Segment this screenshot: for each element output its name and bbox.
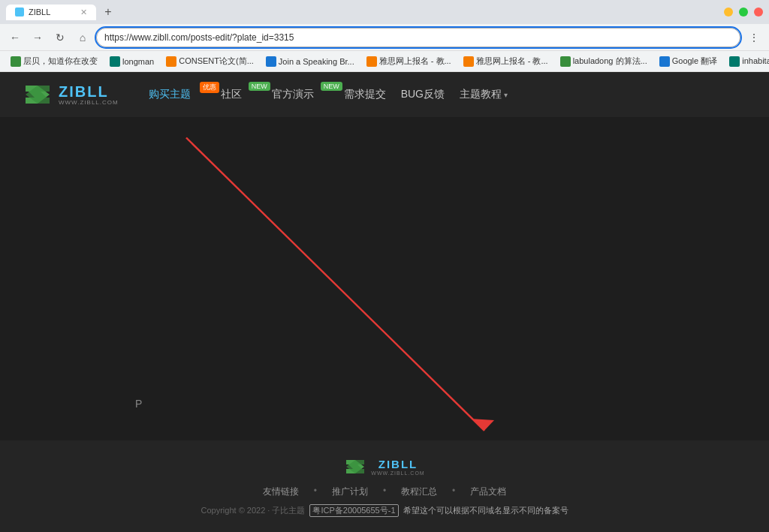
back-button[interactable]: ← — [6, 29, 24, 47]
browser-nav: ← → ↻ ⌂ https://www.zibll.com/posts-edit… — [0, 24, 769, 51]
bookmark-favicon — [560, 56, 571, 67]
footer-dot-1: • — [314, 485, 317, 498]
footer-dot-2: • — [383, 485, 386, 498]
footer-logo-icon — [344, 455, 366, 478]
bookmark-label: labuladong 的算法... — [573, 56, 647, 67]
nav-tutorials-label: 主题教程 — [460, 88, 502, 101]
nav-demo-label: 官方演示 — [272, 88, 314, 101]
footer-logo-text: ZIBLL WWW.ZIBLL.COM — [371, 458, 424, 476]
bookmark-favicon — [729, 56, 740, 67]
bookmark-label: Google 翻译 — [672, 56, 718, 67]
minimize-button[interactable] — [724, 8, 733, 17]
page-content: ZIBLL WWW.ZIBLL.COM 购买主题 优惠 社区 NEW 官方演示 … — [0, 72, 769, 532]
bookmark-speaking[interactable]: Join a Speaking Br... — [261, 55, 359, 68]
bookmark-consent[interactable]: CONSENT论文(简... — [161, 54, 258, 68]
bookmark-favicon — [110, 56, 120, 67]
forward-button[interactable]: → — [29, 29, 47, 47]
tutorials-dropdown-icon: ▾ — [504, 91, 508, 99]
buy-theme-badge: 优惠 — [200, 82, 219, 93]
nav-request-label: 需求提交 — [344, 88, 386, 101]
icp-number[interactable]: 粤ICP备20005655号-1 — [309, 504, 398, 517]
bookmarks-bar: 层贝，知道你在改变 longman CONSENT论文(简... Join a … — [0, 51, 769, 72]
nav-bug-label: BUG反馈 — [401, 88, 445, 101]
bookmark-label: CONSENT论文(简... — [179, 56, 254, 67]
footer-links: 友情链接 • 推广计划 • 教程汇总 • 产品文档 — [23, 485, 746, 498]
bookmark-favicon — [266, 56, 276, 67]
svg-marker-3 — [473, 419, 494, 431]
bookmark-label: inhabitant的词源... — [742, 56, 769, 67]
bookmark-favicon — [463, 56, 474, 67]
bookmark-label: Join a Speaking Br... — [279, 57, 354, 66]
main-content: P — [0, 117, 769, 455]
footer-logo-area: ZIBLL WWW.ZIBLL.COM — [23, 455, 746, 478]
bookmark-inhabitant[interactable]: inhabitant的词源... — [725, 54, 769, 68]
site-header: ZIBLL WWW.ZIBLL.COM 购买主题 优惠 社区 NEW 官方演示 … — [0, 72, 769, 117]
bookmark-label: 层贝，知道你在改变 — [23, 56, 98, 67]
nav-demo[interactable]: 官方演示 NEW — [272, 88, 329, 101]
footer-link-promotion[interactable]: 推广计划 — [332, 485, 368, 498]
domain-notice: 希望这个可以根据不同域名显示不同的备案号 — [403, 505, 568, 516]
footer-link-docs[interactable]: 产品文档 — [470, 485, 506, 498]
footer-logo-name: ZIBLL — [371, 458, 424, 470]
logo-name: ZIBLL — [59, 84, 119, 99]
footer-link-friends[interactable]: 友情链接 — [263, 485, 299, 498]
bookmark-longman[interactable]: longman — [105, 55, 158, 68]
community-badge: NEW — [249, 82, 270, 91]
extensions-button[interactable]: ⋮ — [745, 29, 763, 47]
footer-logo-url: WWW.ZIBLL.COM — [371, 470, 424, 476]
bookmark-labuladong[interactable]: labuladong 的算法... — [556, 54, 652, 68]
bookmark-favicon — [11, 56, 21, 67]
bookmark-ielts1[interactable]: 雅思网上报名 - 教... — [362, 54, 456, 68]
red-arrow-annotation — [0, 117, 769, 455]
reload-button[interactable]: ↻ — [51, 29, 69, 47]
home-button[interactable]: ⌂ — [74, 29, 92, 47]
bookmark-google-translate[interactable]: Google 翻译 — [655, 54, 722, 68]
bookmark-cengbei[interactable]: 层贝，知道你在改变 — [6, 54, 102, 68]
svg-line-2 — [186, 138, 484, 431]
nav-community[interactable]: 社区 NEW — [221, 88, 257, 101]
logo-text: ZIBLL WWW.ZIBLL.COM — [59, 84, 119, 106]
browser-titlebar: ZIBLL ✕ + — [0, 0, 769, 24]
site-footer: ZIBLL WWW.ZIBLL.COM 友情链接 • 推广计划 • 教程汇总 •… — [0, 440, 769, 532]
address-bar[interactable]: https://www.zibll.com/posts-edit/?plate_… — [96, 28, 740, 47]
bookmark-favicon — [166, 56, 176, 67]
nav-tutorials[interactable]: 主题教程 ▾ — [460, 88, 508, 101]
nav-community-label: 社区 — [221, 88, 242, 101]
bookmark-ielts2[interactable]: 雅思网上报名 - 教... — [459, 54, 553, 68]
bookmark-label: 雅思网上报名 - 教... — [476, 56, 548, 67]
url-text: https://www.zibll.com/posts-edit/?plate_… — [104, 32, 294, 43]
letter-p: P — [135, 398, 142, 410]
new-tab-button[interactable]: + — [99, 3, 117, 21]
logo-url: WWW.ZIBLL.COM — [59, 99, 119, 106]
demo-badge: NEW — [321, 82, 342, 91]
nav-bug[interactable]: BUG反馈 — [401, 88, 445, 101]
close-button[interactable] — [754, 8, 763, 17]
nav-buy-theme-label: 购买主题 — [149, 88, 191, 101]
browser-chrome: ZIBLL ✕ + ← → ↻ ⌂ https://www.zibll.com/… — [0, 0, 769, 72]
browser-tab-active[interactable]: ZIBLL ✕ — [6, 5, 96, 20]
footer-copyright: Copyright © 2022 · 子比主题 — [201, 505, 306, 516]
bookmark-label: longman — [122, 57, 154, 66]
nav-request[interactable]: 需求提交 — [344, 88, 386, 101]
footer-bottom: Copyright © 2022 · 子比主题 粤ICP备20005655号-1… — [23, 504, 746, 517]
site-nav: 购买主题 优惠 社区 NEW 官方演示 NEW 需求提交 BUG反馈 主题教程 … — [149, 88, 508, 101]
site-logo[interactable]: ZIBLL WWW.ZIBLL.COM — [23, 80, 119, 110]
logo-icon — [23, 80, 53, 110]
window-controls — [724, 8, 763, 17]
footer-dot-3: • — [452, 485, 455, 498]
bookmark-label: 雅思网上报名 - 教... — [379, 56, 451, 67]
bookmark-favicon — [366, 56, 377, 67]
footer-link-tutorials[interactable]: 教程汇总 — [401, 485, 437, 498]
nav-buy-theme[interactable]: 购买主题 优惠 — [149, 88, 206, 101]
maximize-button[interactable] — [739, 8, 748, 17]
bookmark-favicon — [659, 56, 670, 67]
